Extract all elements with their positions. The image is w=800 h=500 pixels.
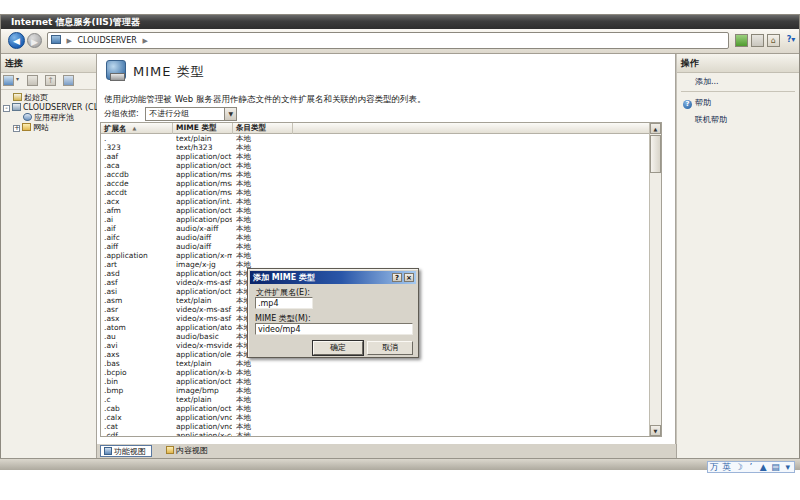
mime-type-cell: application/oct... [176, 287, 232, 296]
mime-type-input[interactable] [255, 323, 413, 335]
column-header-mime-type[interactable]: MIME 类型 [173, 123, 233, 134]
ime-language-icon[interactable]: 英 [720, 462, 732, 472]
column-header-entry-type[interactable]: 条目类型 [233, 123, 293, 134]
back-button[interactable]: ◀ [8, 32, 25, 49]
extension-cell: .asx [104, 314, 172, 323]
scroll-up-icon[interactable]: ▲ [650, 123, 661, 134]
table-row[interactable]: .accdeapplication/msa...本地 [101, 179, 649, 188]
tab-features-view[interactable]: 功能视图 [100, 445, 152, 457]
online-help-action-link[interactable]: 联机帮助 [677, 111, 799, 127]
table-row[interactable]: .cabapplication/oct...本地 [101, 404, 649, 413]
vertical-scrollbar[interactable]: ▲ ▼ [649, 123, 661, 436]
table-row[interactable]: .bcpioapplication/x-b...本地 [101, 368, 649, 377]
mime-type-cell: application/oct... [176, 206, 232, 215]
ime-options-icon[interactable]: ▾ [782, 462, 794, 472]
table-row[interactable]: .aiffaudio/aiff本地 [101, 242, 649, 251]
scroll-down-icon[interactable]: ▼ [650, 425, 661, 436]
table-row[interactable]: .aifaudio/x-aiff本地 [101, 224, 649, 233]
entry-type-cell: 本地 [236, 170, 292, 179]
browse-website-icon[interactable] [735, 34, 748, 47]
entry-type-cell: 本地 [236, 224, 292, 233]
help-menu-button[interactable]: ?▾ [783, 34, 799, 47]
extension-cell: .application [104, 251, 172, 260]
dialog-close-button[interactable]: × [404, 273, 414, 282]
column-header-filler [293, 123, 649, 134]
server-icon [12, 103, 21, 111]
forward-button[interactable]: ▶ [27, 33, 42, 48]
ime-keyboard-icon[interactable]: ▤ [769, 462, 781, 472]
entry-type-cell: 本地 [236, 242, 292, 251]
mime-type-cell: video/x-ms-asf [176, 278, 232, 287]
tab-content-view[interactable]: 内容视图 [163, 445, 213, 457]
table-row[interactable]: .binapplication/oct...本地 [101, 377, 649, 386]
create-connection-caret-icon[interactable]: ▾ [16, 75, 19, 82]
breadcrumb-chevron-icon[interactable]: ▶ [139, 37, 150, 45]
scrollbar-thumb[interactable] [650, 135, 661, 173]
column-header-extension[interactable]: 扩展名▲ [101, 123, 173, 134]
extension-cell: .cat [104, 422, 172, 431]
mime-type-cell: application/pos... [176, 215, 232, 224]
add-action-link[interactable]: 添加... [677, 73, 799, 89]
tree-item[interactable]: +网站 [1, 123, 96, 133]
table-row[interactable]: .accdtapplication/msa...本地 [101, 188, 649, 197]
breadcrumb[interactable]: CLOUDSERVER [77, 36, 136, 45]
mime-type-cell: text/plain [176, 395, 232, 404]
tab-label: 内容视图 [176, 446, 208, 455]
table-row[interactable]: .text/plain本地 [101, 134, 649, 143]
expand-icon[interactable]: + [13, 125, 20, 132]
page-description: 使用此功能管理被 Web 服务器用作静态文件的文件扩展名和关联的内容类型的列表。 [104, 94, 644, 106]
collapse-icon[interactable]: - [3, 105, 10, 112]
extension-cell: .asf [104, 278, 172, 287]
table-row[interactable]: .bmpimage/bmp本地 [101, 386, 649, 395]
tree-item-label: 网站 [33, 123, 49, 132]
table-row[interactable]: .acxapplication/int...本地 [101, 197, 649, 206]
dialog-titlebar: 添加 MIME 类型 ? × [250, 271, 416, 284]
ime-fullwidth-icon[interactable]: ☽ [733, 462, 745, 472]
ime-punctuation-icon[interactable]: ’ [745, 462, 757, 472]
table-row[interactable]: .calxapplication/vnd...本地 [101, 413, 649, 422]
create-connection-icon[interactable] [3, 75, 14, 86]
extension-cell: .avi [104, 341, 172, 350]
table-row[interactable]: .catapplication/vnd...本地 [101, 422, 649, 431]
table-row[interactable]: .bastext/plain本地 [101, 359, 649, 368]
file-extension-input[interactable] [255, 297, 313, 309]
mime-type-cell: application/oct... [176, 377, 232, 386]
dialog-title: 添加 MIME 类型 [253, 273, 315, 282]
group-by-dropdown[interactable]: 不进行分组 ▼ [145, 107, 237, 121]
stop-icon[interactable] [751, 34, 764, 47]
tree-item[interactable]: 起始页 [1, 93, 96, 103]
window-bottom-edge [0, 458, 800, 470]
table-row[interactable]: .aifcaudio/aiff本地 [101, 233, 649, 242]
ok-button[interactable]: 确定 [313, 341, 363, 355]
up-icon[interactable]: ↑ [45, 75, 56, 86]
home-icon[interactable]: ⌂ [767, 34, 780, 47]
table-row[interactable]: .aafapplication/oct...本地 [101, 152, 649, 161]
cancel-button[interactable]: 取消 [367, 341, 413, 355]
table-row[interactable]: .acaapplication/oct...本地 [101, 161, 649, 170]
features-view-icon [104, 447, 112, 455]
mime-type-cell: image/bmp [176, 386, 232, 395]
table-row[interactable]: .applicationapplication/x-m...本地 [101, 251, 649, 260]
table-row[interactable]: .aiapplication/pos...本地 [101, 215, 649, 224]
chevron-down-icon[interactable]: ▼ [224, 108, 236, 120]
table-row[interactable]: .323text/h323本地 [101, 143, 649, 152]
dialog-help-button[interactable]: ? [392, 273, 402, 282]
ime-input-mode-icon[interactable]: 万 [708, 462, 720, 472]
table-row[interactable]: .cdfapplication/x-cdf本地 [101, 431, 649, 437]
entry-type-cell: 本地 [236, 368, 292, 377]
delete-connection-icon[interactable] [63, 75, 74, 86]
table-row[interactable]: .afmapplication/oct...本地 [101, 206, 649, 215]
table-row[interactable]: .ctext/plain本地 [101, 395, 649, 404]
mime-type-cell: audio/x-aiff [176, 224, 232, 233]
help-action-link[interactable]: ?帮助 [677, 94, 799, 111]
group-by-row: 分组依据: 不进行分组 ▼ [104, 107, 237, 121]
extension-cell: .aaf [104, 152, 172, 161]
entry-type-cell: 本地 [236, 134, 292, 143]
tree-item[interactable]: 应用程序池 [1, 113, 96, 123]
table-row[interactable]: .accdbapplication/msa...本地 [101, 170, 649, 179]
tree-item[interactable]: -CLOUDSERVER (CLOUDSE [1, 103, 96, 113]
ime-softkeyboard-icon[interactable]: ▲ [757, 462, 769, 472]
help-icon: ? [787, 35, 792, 44]
save-connection-icon[interactable] [27, 75, 38, 86]
address-bar[interactable]: ▶ CLOUDSERVER ▶ [47, 32, 729, 49]
